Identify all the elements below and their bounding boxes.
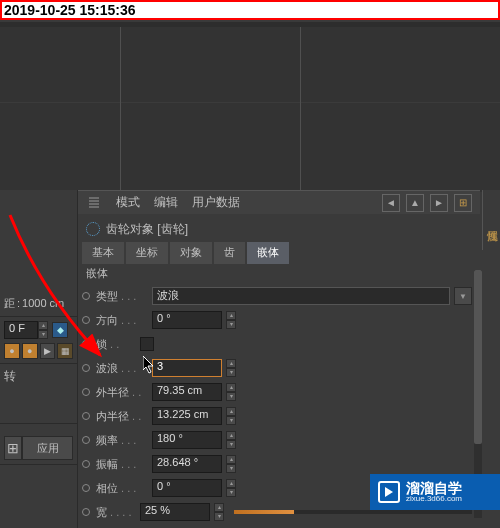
gear-icon bbox=[86, 222, 100, 236]
spinner[interactable]: ▴▾ bbox=[226, 431, 236, 449]
scrollbar-thumb[interactable] bbox=[474, 270, 482, 444]
watermark-url: zixue.3d66.com bbox=[406, 495, 462, 503]
innerradius-label: 内半径 . . bbox=[96, 409, 148, 424]
attribute-menu-bar: 模式 编辑 用户数据 ◄ ▲ ► ⊞ bbox=[78, 190, 480, 214]
phase-label: 相位 . . . bbox=[96, 481, 148, 496]
attribute-tabs: 基本 坐标 对象 齿 嵌体 bbox=[82, 242, 476, 264]
lock-checkbox[interactable] bbox=[140, 337, 154, 351]
param-bullet[interactable] bbox=[82, 436, 90, 444]
param-amp-row: 振幅 . . . 28.648 ° ▴▾ bbox=[82, 452, 472, 476]
apply-section: ⊞ 应用 bbox=[0, 424, 77, 465]
dist-label: 距 bbox=[4, 296, 15, 311]
distance-section: 距 : 1000 cm bbox=[0, 290, 77, 317]
nav-up-icon[interactable]: ▲ bbox=[406, 194, 424, 212]
param-bullet[interactable] bbox=[82, 484, 90, 492]
phase-input[interactable]: 0 ° bbox=[152, 479, 222, 497]
expand-icon[interactable]: ⊞ bbox=[4, 436, 22, 460]
param-bullet[interactable] bbox=[82, 340, 90, 348]
spinner[interactable]: ▴▾ bbox=[226, 311, 236, 329]
direction-label: 方向 . . . bbox=[96, 313, 148, 328]
type-dropdown[interactable]: 波浪 bbox=[152, 287, 450, 305]
record-icon-2[interactable]: ● bbox=[22, 343, 38, 359]
param-bullet[interactable] bbox=[82, 412, 90, 420]
spinner[interactable]: ▴▾ bbox=[226, 455, 236, 473]
spinner[interactable]: ▴▾ bbox=[214, 503, 224, 521]
frame-section: 0 F ▴▾ ◆ ● ● ▶ ▦ bbox=[0, 317, 77, 364]
play-logo-icon bbox=[378, 481, 400, 503]
film-icon[interactable]: ▦ bbox=[57, 343, 73, 359]
nav-fwd-icon[interactable]: ► bbox=[430, 194, 448, 212]
frame-input[interactable]: 0 F bbox=[4, 321, 38, 339]
keyframe-icon[interactable]: ◆ bbox=[52, 322, 68, 338]
freq-label: 频率 . . . bbox=[96, 433, 148, 448]
right-tab-attributes[interactable]: 属性 bbox=[482, 190, 500, 250]
type-label: 类型 . . . bbox=[96, 289, 148, 304]
param-type-row: 类型 . . . 波浪 ▼ bbox=[82, 284, 472, 308]
width-label: 宽 . . . . bbox=[96, 505, 136, 520]
param-bullet[interactable] bbox=[82, 292, 90, 300]
rotate-section: 转 bbox=[0, 364, 77, 424]
lock-icon[interactable]: ⊞ bbox=[454, 194, 472, 212]
width-slider[interactable] bbox=[234, 510, 472, 514]
direction-input[interactable]: 0 ° bbox=[152, 311, 222, 329]
amp-label: 振幅 . . . bbox=[96, 457, 148, 472]
panel-options-icon[interactable] bbox=[86, 195, 102, 211]
object-title: 齿轮对象 [齿轮] bbox=[106, 221, 188, 238]
param-wave-row: 波浪 . . . 3 ▴▾ bbox=[82, 356, 472, 380]
tab-teeth[interactable]: 齿 bbox=[214, 242, 245, 264]
timestamp-text: 2019-10-25 15:15:36 bbox=[4, 2, 136, 18]
left-panel: 距 : 1000 cm 0 F ▴▾ ◆ ● ● ▶ ▦ 转 ⊞ 应用 bbox=[0, 190, 78, 528]
spinner[interactable]: ▴▾ bbox=[226, 479, 236, 497]
param-outerradius-row: 外半径 . . 79.35 cm ▴▾ bbox=[82, 380, 472, 404]
outerradius-input[interactable]: 79.35 cm bbox=[152, 383, 222, 401]
param-bullet[interactable] bbox=[82, 316, 90, 324]
outerradius-label: 外半径 . . bbox=[96, 385, 148, 400]
tab-basic[interactable]: 基本 bbox=[82, 242, 124, 264]
dropdown-arrow-icon[interactable]: ▼ bbox=[454, 287, 472, 305]
innerradius-input[interactable]: 13.225 cm bbox=[152, 407, 222, 425]
object-header: 齿轮对象 [齿轮] bbox=[78, 216, 480, 242]
grid-line bbox=[120, 27, 121, 192]
dist-value: 1000 cm bbox=[22, 297, 64, 309]
watermark-cn: 溜溜自学 bbox=[406, 481, 462, 495]
grid-line bbox=[0, 102, 500, 103]
freq-input[interactable]: 180 ° bbox=[152, 431, 222, 449]
section-label: 嵌体 bbox=[86, 266, 108, 281]
grid-line bbox=[300, 27, 301, 192]
param-innerradius-row: 内半径 . . 13.225 cm ▴▾ bbox=[82, 404, 472, 428]
spinner[interactable]: ▴▾ bbox=[226, 383, 236, 401]
watermark: 溜溜自学 zixue.3d66.com bbox=[370, 474, 500, 510]
spinner[interactable]: ▴▾ bbox=[226, 359, 236, 377]
rotate-label: 转 bbox=[4, 369, 16, 383]
play-icon[interactable]: ▶ bbox=[40, 343, 56, 359]
nav-back-icon[interactable]: ◄ bbox=[382, 194, 400, 212]
menu-userdata[interactable]: 用户数据 bbox=[192, 194, 240, 211]
param-freq-row: 频率 . . . 180 ° ▴▾ bbox=[82, 428, 472, 452]
timeline-icons: ● ● ▶ ▦ bbox=[4, 343, 73, 359]
param-bullet[interactable] bbox=[82, 460, 90, 468]
param-bullet[interactable] bbox=[82, 388, 90, 396]
tab-inlay[interactable]: 嵌体 bbox=[247, 242, 289, 264]
amp-input[interactable]: 28.648 ° bbox=[152, 455, 222, 473]
spinner[interactable]: ▴▾ bbox=[226, 407, 236, 425]
menu-mode[interactable]: 模式 bbox=[116, 194, 140, 211]
width-input[interactable]: 25 % bbox=[140, 503, 210, 521]
param-direction-row: 方向 . . . 0 ° ▴▾ bbox=[82, 308, 472, 332]
viewport-grid bbox=[0, 27, 500, 192]
param-bullet[interactable] bbox=[82, 508, 90, 516]
record-icon[interactable]: ● bbox=[4, 343, 20, 359]
wave-input[interactable]: 3 bbox=[152, 359, 222, 377]
tab-object[interactable]: 对象 bbox=[170, 242, 212, 264]
viewport[interactable] bbox=[0, 22, 500, 190]
lock-label: 锁 . . bbox=[96, 337, 136, 352]
param-lock-row: 锁 . . bbox=[82, 332, 472, 356]
menu-edit[interactable]: 编辑 bbox=[154, 194, 178, 211]
param-bullet[interactable] bbox=[82, 364, 90, 372]
wave-label: 波浪 . . . bbox=[96, 361, 148, 376]
frame-spinner[interactable]: ▴▾ bbox=[38, 321, 48, 339]
tab-coord[interactable]: 坐标 bbox=[126, 242, 168, 264]
apply-button[interactable]: 应用 bbox=[22, 436, 73, 460]
timestamp-overlay: 2019-10-25 15:15:36 bbox=[0, 0, 500, 20]
